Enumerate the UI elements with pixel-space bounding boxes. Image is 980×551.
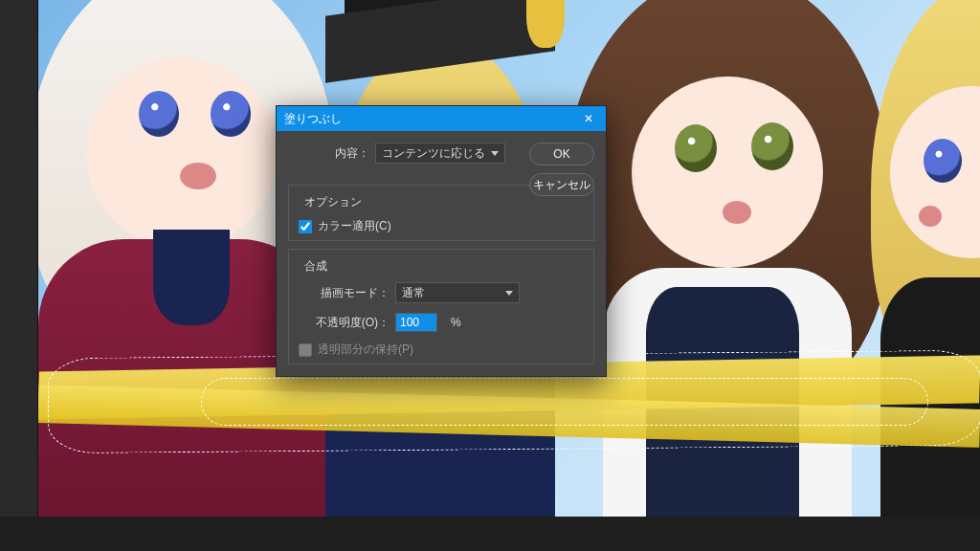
vertical-ruler — [0, 0, 38, 517]
options-legend: オプション — [301, 194, 366, 210]
content-select[interactable]: コンテンツに応じる — [375, 143, 505, 164]
preserve-input — [299, 343, 312, 357]
opacity-unit: % — [451, 316, 461, 329]
opacity-label: 不透明度(O)： — [299, 315, 390, 331]
blend-legend: 合成 — [301, 258, 331, 275]
ok-button[interactable]: OK — [529, 143, 594, 165]
cancel-button[interactable]: キャンセル — [529, 173, 594, 196]
close-icon[interactable]: ✕ — [579, 112, 598, 125]
fill-dialog: 塗りつぶし ✕ OK キャンセル 内容： コンテンツに応じる オプション カラー… — [276, 105, 607, 377]
opacity-input[interactable] — [395, 313, 437, 332]
preserve-transparency-checkbox: 透明部分の保持(P) — [299, 342, 584, 358]
color-adapt-label: カラー適用(C) — [318, 218, 391, 234]
dialog-title: 塗りつぶし — [284, 111, 342, 127]
mode-value: 通常 — [402, 285, 425, 301]
content-value: コンテンツに応じる — [382, 145, 485, 162]
content-label: 内容： — [288, 145, 369, 162]
mode-label: 描画モード： — [299, 285, 390, 301]
ok-label: OK — [553, 147, 569, 161]
color-adapt-checkbox[interactable]: カラー適用(C) — [299, 218, 584, 234]
color-adapt-input[interactable] — [299, 220, 312, 233]
blend-mode-select[interactable]: 通常 — [395, 282, 520, 303]
preserve-label: 透明部分の保持(P) — [318, 342, 413, 358]
dialog-titlebar[interactable]: 塗りつぶし ✕ — [277, 106, 606, 131]
cancel-label: キャンセル — [533, 177, 590, 193]
